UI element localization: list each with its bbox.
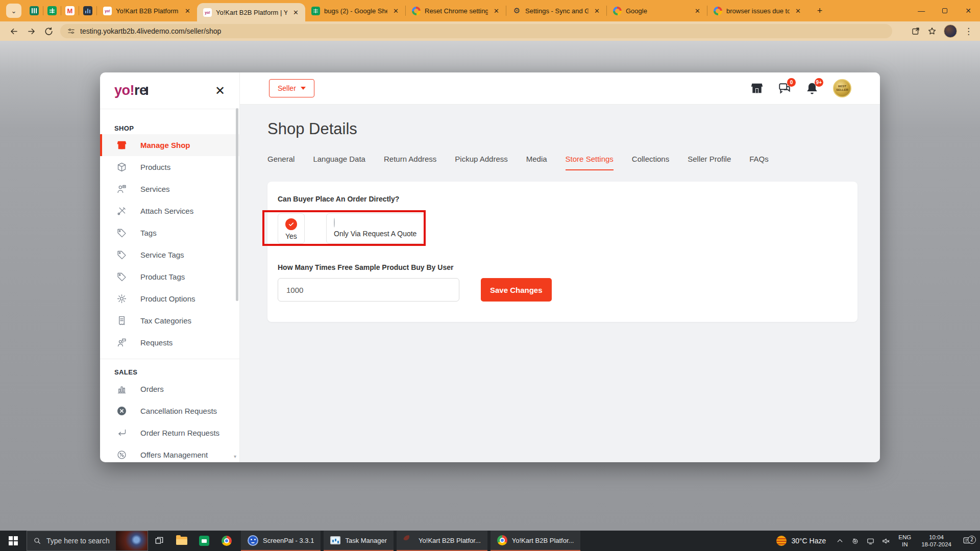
bookmark-star-icon[interactable] xyxy=(927,27,937,36)
back-icon[interactable] xyxy=(5,23,22,39)
sidebar-item-order-return-requests[interactable]: Order Return Requests xyxy=(100,422,239,444)
tab-close-icon[interactable]: ✕ xyxy=(492,7,501,15)
taskbar-app-screenpal[interactable]: ScreenPal - 3.3.1 xyxy=(241,531,321,551)
tab-close-icon[interactable]: ✕ xyxy=(593,7,601,15)
weather-widget[interactable]: 30°C Haze xyxy=(770,536,832,546)
tab-search-chevron-button[interactable]: ⌄ xyxy=(6,4,21,18)
sidebar-item-cancellation-requests[interactable]: Cancellation Requests xyxy=(100,400,239,422)
google-chat-icon[interactable] xyxy=(193,531,215,551)
seller-dropdown-button[interactable]: Seller xyxy=(269,79,314,97)
option-only-via-request-a-quote[interactable]: Only Via Request A Quote xyxy=(326,213,424,244)
radio-unselected-icon[interactable] xyxy=(334,218,335,228)
chevron-down-icon xyxy=(301,87,306,90)
sidebar-section-shop: SHOP xyxy=(100,116,239,134)
sidebar-item-products[interactable]: Products xyxy=(100,156,239,178)
taskbar-app-yokart-firefox[interactable]: Yo!Kart B2B Platfor... xyxy=(397,531,487,551)
browser-menu-icon[interactable]: ⋮ xyxy=(964,26,973,37)
tab-close-icon[interactable]: ✕ xyxy=(794,7,802,15)
forward-icon[interactable] xyxy=(22,23,40,39)
tab-faqs[interactable]: FAQs xyxy=(749,155,769,170)
window-maximize-button[interactable] xyxy=(933,0,957,21)
tab-close-icon[interactable]: ✕ xyxy=(183,7,192,15)
tray-camera-icon[interactable] xyxy=(847,537,863,545)
tab-media[interactable]: Media xyxy=(526,155,547,170)
sidebar-scroll-down-icon[interactable]: ▾ xyxy=(234,454,236,459)
sidebar-item-orders[interactable]: Orders xyxy=(100,378,239,400)
notifications-bell-icon[interactable]: 9+ xyxy=(805,82,819,95)
taskbar-app-task-manager[interactable]: Task Manager xyxy=(324,531,394,551)
seller-dashboard-card: yo! re ✕ SHOP Manage Shop Products xyxy=(100,72,880,462)
pinned-tab-books-icon[interactable] xyxy=(26,4,43,18)
percent-circle-icon xyxy=(116,449,127,460)
sidebar-item-attach-services[interactable]: Attach Services xyxy=(100,200,239,222)
tab-yokart-2-active[interactable]: yo! Yo!Kart B2B Platform | Yo!K ✕ xyxy=(197,3,305,21)
tab-close-icon[interactable]: ✕ xyxy=(391,7,400,15)
sidebar-item-product-options[interactable]: Product Options xyxy=(100,288,239,310)
google-favicon xyxy=(714,7,722,15)
action-center-icon[interactable]: 2 xyxy=(957,536,977,546)
sidebar-item-service-tags[interactable]: Service Tags xyxy=(100,244,239,266)
sidebar-item-tax-categories[interactable]: Tax Categories xyxy=(100,310,239,332)
sidebar-scrollbar[interactable] xyxy=(236,108,238,301)
task-view-icon[interactable] xyxy=(148,531,170,551)
taskbar-search-box[interactable]: Type here to search xyxy=(27,531,148,551)
clock-date[interactable]: 10:04 18-07-2024 xyxy=(916,534,957,548)
file-explorer-icon[interactable] xyxy=(170,531,193,551)
language-indicator[interactable]: ENG IN xyxy=(893,534,916,548)
option-yes[interactable]: Yes xyxy=(278,213,305,244)
tray-chevron-up-icon[interactable] xyxy=(832,537,847,545)
pinned-tab-gmail-icon[interactable]: M xyxy=(61,4,79,18)
tab-pickup-address[interactable]: Pickup Address xyxy=(455,155,507,170)
sidebar-item-product-tags[interactable]: Product Tags xyxy=(100,266,239,288)
window-minimize-button[interactable]: — xyxy=(910,0,933,21)
window-controls: — ✕ xyxy=(910,0,980,21)
tab-store-settings[interactable]: Store Settings xyxy=(566,155,614,170)
sidebar-item-tags[interactable]: Tags xyxy=(100,222,239,244)
tab-close-icon[interactable]: ✕ xyxy=(693,7,702,15)
browser-profile-avatar[interactable] xyxy=(944,24,957,38)
address-bar[interactable]: testing.yokartb2b.4livedemo.com/seller/s… xyxy=(60,24,892,38)
tab-browser-issues[interactable]: browser issues due to ove ✕ xyxy=(707,0,807,21)
start-button[interactable] xyxy=(0,531,27,551)
tab-google[interactable]: Google ✕ xyxy=(607,0,707,21)
save-changes-button[interactable]: Save Changes xyxy=(481,278,552,302)
taskbar-app-yokart-chrome[interactable]: Yo!Kart B2B Platfor... xyxy=(491,531,581,551)
tab-general[interactable]: General xyxy=(267,155,295,170)
tag-icon xyxy=(116,249,127,260)
free-sample-count-input[interactable] xyxy=(278,278,459,302)
messages-icon[interactable]: 0 xyxy=(778,82,791,95)
tab-return-address[interactable]: Return Address xyxy=(384,155,436,170)
sidebar-header: yo! re ✕ xyxy=(100,72,239,109)
reload-icon[interactable] xyxy=(40,23,57,39)
pinned-tab-sheets-icon[interactable] xyxy=(43,4,61,18)
browser-toolbar: testing.yokartb2b.4livedemo.com/seller/s… xyxy=(0,21,980,41)
pinned-tab-analytics-icon[interactable] xyxy=(79,4,96,18)
radio-selected-icon[interactable] xyxy=(285,218,297,230)
sidebar-close-icon[interactable]: ✕ xyxy=(215,85,225,97)
screen: ⌄ M yo! Yo!Kart B2B Platform | Yo!K ✕ yo… xyxy=(0,0,980,551)
tray-volume-muted-icon[interactable] xyxy=(878,537,893,545)
tab-seller-profile[interactable]: Seller Profile xyxy=(688,155,731,170)
share-icon[interactable] xyxy=(911,27,920,36)
sidebar-item-offers-management[interactable]: Offers Management xyxy=(100,444,239,462)
circle-x-icon xyxy=(116,406,127,416)
tab-yokart-1[interactable]: yo! Yo!Kart B2B Platform | Yo!K ✕ xyxy=(97,0,197,21)
tab-language-data[interactable]: Language Data xyxy=(313,155,365,170)
tray-network-icon[interactable] xyxy=(863,537,878,545)
tab-close-icon[interactable]: ✕ xyxy=(291,8,300,17)
dashboard-header: Seller 0 9+ xyxy=(240,72,880,105)
notifications-badge: 9+ xyxy=(815,78,823,87)
new-tab-button[interactable]: + xyxy=(813,4,827,18)
seller-avatar-badge[interactable]: BEST SELLER xyxy=(833,79,851,97)
chrome-icon[interactable] xyxy=(215,531,238,551)
tab-settings-sync[interactable]: ⚙ Settings - Sync and Googl ✕ xyxy=(506,0,606,21)
sidebar-item-services[interactable]: Services xyxy=(100,178,239,200)
sidebar-item-requests[interactable]: Requests xyxy=(100,332,239,354)
tab-collections[interactable]: Collections xyxy=(632,155,669,170)
site-info-icon[interactable] xyxy=(67,28,75,35)
sidebar-item-manage-shop[interactable]: Manage Shop xyxy=(100,134,239,156)
tab-bugs-sheet[interactable]: bugs (2) - Google Sheets ✕ xyxy=(305,0,405,21)
window-close-button[interactable]: ✕ xyxy=(957,0,980,21)
tab-reset-chrome[interactable]: Reset Chrome settings to c ✕ xyxy=(406,0,506,21)
storefront-header-icon[interactable] xyxy=(750,82,764,95)
